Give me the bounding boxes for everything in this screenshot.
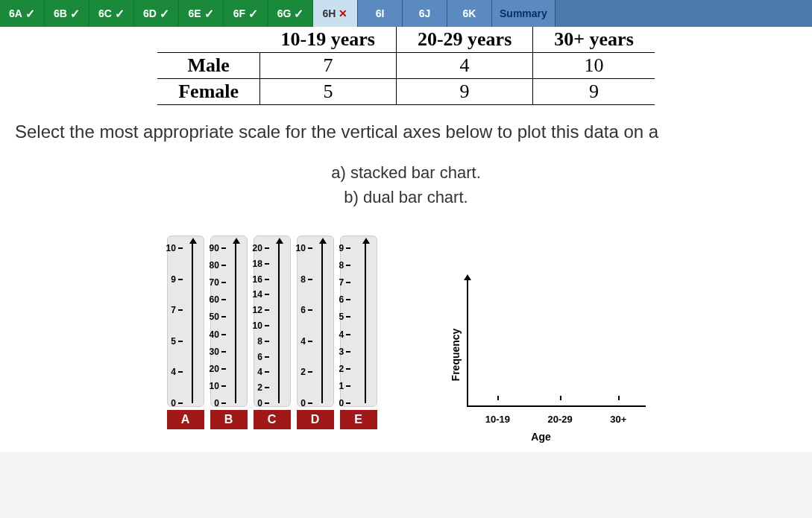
tick-value: 9 [171, 274, 176, 285]
table-header-col1: 10-19 years [260, 27, 397, 53]
row-label: Male [157, 53, 259, 79]
tick-group: 1086420 [296, 248, 312, 403]
tab-label: 6I [376, 7, 385, 19]
axis-tick: 7 [166, 306, 183, 315]
axis-line: 9080706050403020100 [235, 244, 236, 403]
axis-tick: 90 [210, 244, 226, 253]
tab-label: 6G [277, 7, 292, 19]
tick-value: 3 [339, 347, 344, 357]
tab-6e[interactable]: 6E [179, 0, 224, 27]
tab-6k[interactable]: 6K [447, 0, 492, 27]
tick-value: 60 [210, 294, 219, 305]
axis-tick: 0 [166, 399, 183, 408]
tick-value: 7 [171, 305, 176, 315]
scale-option-E[interactable]: 9876543210E [340, 236, 377, 429]
axis-tick: 2 [339, 364, 351, 373]
check-icon [25, 7, 35, 21]
tab-label: Summary [500, 7, 547, 19]
tab-6b[interactable]: 6B [45, 0, 89, 27]
axis-tick: 80 [210, 261, 226, 270]
axis-tick: 16 [253, 275, 269, 284]
tick-value: 2 [257, 382, 262, 393]
check-icon [294, 7, 303, 21]
tab-6a[interactable]: 6A [0, 0, 45, 27]
tab-label: 6F [233, 7, 245, 19]
axis-tick: 4 [166, 367, 183, 376]
y-axis-label: Frequency [450, 329, 462, 382]
tick-value: 0 [214, 398, 219, 408]
axis-tick: 0 [296, 399, 312, 408]
tick-value: 6 [339, 294, 344, 305]
scale-axis: 20181614121086420 [254, 236, 291, 407]
scale-option-A[interactable]: 1097540A [167, 236, 204, 429]
tick-value: 6 [300, 305, 306, 315]
tab-6c[interactable]: 6C [89, 0, 134, 27]
axis-tick: 10 [253, 321, 269, 330]
tab-summary[interactable]: Summary [492, 0, 556, 27]
axis-line: 9876543210 [365, 244, 366, 403]
tick-group: 20181614121086420 [253, 248, 269, 403]
tab-6h[interactable]: 6H [313, 0, 358, 27]
axis-tick: 20 [253, 244, 269, 253]
tick-value: 20 [253, 243, 262, 253]
cell-value: 5 [260, 79, 397, 105]
tick-value: 40 [210, 329, 219, 340]
axis-tick: 0 [253, 399, 269, 408]
scale-option-B[interactable]: 9080706050403020100B [210, 236, 248, 429]
tab-6g[interactable]: 6G [268, 0, 313, 27]
tick-value: 18 [253, 259, 262, 269]
cell-value: 9 [533, 79, 655, 105]
tick-value: 2 [300, 367, 306, 377]
axis-tick: 12 [253, 306, 269, 315]
axis-tick: 5 [166, 337, 183, 346]
tick-value: 80 [210, 260, 219, 271]
tick-value: 8 [339, 260, 344, 271]
check-icon [248, 7, 258, 21]
tab-label: 6C [98, 7, 112, 19]
tick-value: 4 [300, 336, 306, 347]
tick-value: 1 [339, 381, 344, 391]
tab-6i[interactable]: 6I [358, 0, 403, 27]
tick-value: 4 [171, 367, 176, 377]
tick-value: 30 [210, 347, 219, 357]
tab-label: 6K [463, 7, 476, 19]
tab-label: 6J [419, 7, 431, 19]
scale-option-D[interactable]: 1086420D [297, 236, 334, 429]
tick-value: 14 [253, 289, 262, 300]
question-text: Select the most appropriate scale for th… [15, 119, 797, 145]
axis-tick: 4 [339, 330, 351, 339]
table-header-blank [157, 27, 259, 53]
axis-tick: 4 [296, 337, 312, 346]
axis-tick: 2 [253, 383, 269, 392]
axis-tick: 50 [210, 312, 226, 321]
tab-6d[interactable]: 6D [134, 0, 179, 27]
table-row: Male 7 4 10 [157, 53, 655, 79]
axis-tick: 5 [339, 312, 351, 321]
tick-value: 50 [210, 312, 219, 322]
x-tick: 10-19 [485, 414, 510, 425]
axis-tick: 6 [253, 353, 269, 361]
scale-option-C[interactable]: 20181614121086420C [254, 236, 291, 429]
scale-letter-label: B [210, 410, 248, 429]
tab-6j[interactable]: 6J [403, 0, 447, 27]
scale-axis: 1097540 [167, 236, 204, 407]
tab-6f[interactable]: 6F [224, 0, 268, 27]
axis-line: 20181614121086420 [278, 244, 280, 403]
tick-value: 2 [339, 364, 344, 374]
scale-letter-label: D [297, 410, 334, 429]
axis-tick: 18 [253, 259, 269, 268]
cell-value: 10 [533, 53, 655, 79]
tab-label: 6H [323, 7, 336, 19]
tick-value: 9 [339, 243, 344, 253]
tick-value: 10 [296, 243, 306, 253]
cell-value: 7 [260, 53, 397, 79]
axis-tick: 7 [339, 278, 351, 287]
tab-label: 6A [9, 7, 22, 19]
tick-value: 5 [339, 312, 344, 322]
x-ticks: 10-19 20-29 30+ [467, 414, 646, 425]
axis-tick: 8 [296, 275, 312, 284]
tick-value: 16 [253, 274, 262, 285]
tick-value: 10 [166, 243, 176, 253]
scale-letter-label: E [340, 410, 377, 429]
y-axis [467, 280, 468, 407]
